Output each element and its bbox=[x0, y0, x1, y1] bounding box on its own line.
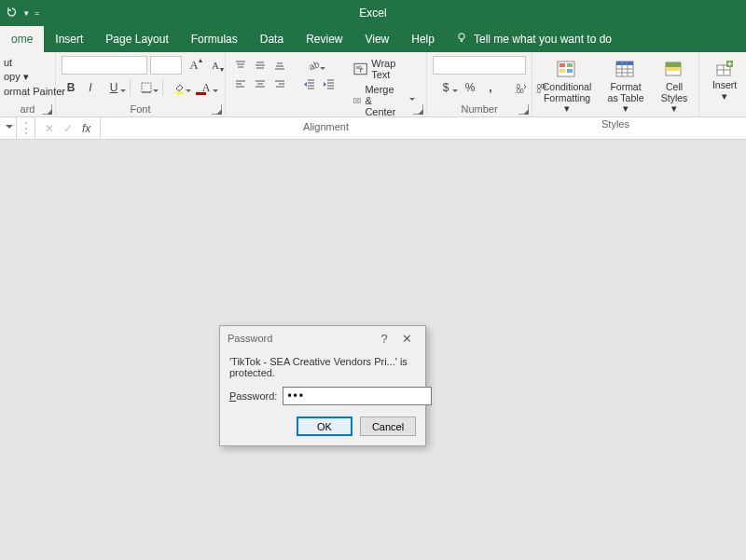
font-color-button[interactable]: A bbox=[193, 78, 219, 97]
underline-button[interactable]: U bbox=[101, 78, 127, 97]
tab-insert[interactable]: Insert bbox=[44, 26, 94, 52]
chevron-down-icon bbox=[6, 125, 13, 132]
tab-help[interactable]: Help bbox=[400, 26, 446, 52]
dialog-help-button[interactable]: ? bbox=[373, 332, 395, 346]
percent-button[interactable]: % bbox=[461, 78, 479, 97]
group-alignment-label: Alignment bbox=[226, 121, 426, 134]
align-right-button[interactable] bbox=[270, 75, 289, 93]
conditional-formatting-label: Conditional Formatting ▾ bbox=[542, 82, 592, 115]
svg-rect-44 bbox=[560, 69, 565, 73]
wrap-text-label: Wrap Text bbox=[371, 58, 415, 80]
copy-button[interactable]: opy ▾ bbox=[0, 70, 33, 84]
font-launcher-icon[interactable] bbox=[212, 104, 222, 115]
font-size-combo[interactable] bbox=[150, 56, 182, 75]
svg-rect-47 bbox=[616, 61, 633, 65]
increase-indent-button[interactable] bbox=[320, 75, 338, 93]
cancel-button[interactable]: Cancel bbox=[360, 417, 416, 436]
svg-point-0 bbox=[459, 33, 464, 38]
orientation-button[interactable]: ab bbox=[300, 56, 326, 75]
fx-icon[interactable]: fx bbox=[82, 122, 90, 135]
italic-button[interactable]: I bbox=[81, 78, 100, 97]
tab-page-layout[interactable]: Page Layout bbox=[94, 26, 179, 52]
chevron-down-icon bbox=[409, 98, 415, 103]
svg-rect-42 bbox=[560, 63, 565, 67]
accounting-format-button[interactable]: $ bbox=[433, 78, 459, 97]
group-font: A▴ A▾ B I U A bbox=[56, 52, 226, 116]
group-font-label: Font bbox=[56, 103, 225, 116]
ribbon-tabs: ome Insert Page Layout Formulas Data Rev… bbox=[0, 26, 746, 52]
number-format-combo[interactable] bbox=[433, 56, 526, 75]
group-clipboard: ut opy ▾ ormat Painter ard bbox=[0, 52, 56, 116]
quick-access-toolbar: ▾ = bbox=[0, 6, 45, 21]
app-title: Excel bbox=[359, 7, 386, 20]
ok-button[interactable]: OK bbox=[297, 417, 352, 436]
bold-button[interactable]: B bbox=[62, 78, 80, 97]
tab-formulas[interactable]: Formulas bbox=[180, 26, 249, 52]
tab-data[interactable]: Data bbox=[249, 26, 295, 52]
tab-review[interactable]: Review bbox=[295, 26, 353, 52]
align-center-button[interactable] bbox=[251, 75, 269, 93]
format-as-table-button[interactable]: Format as Table ▾ bbox=[601, 56, 650, 116]
password-input[interactable] bbox=[283, 387, 432, 405]
format-as-table-label: Format as Table ▾ bbox=[605, 82, 646, 115]
align-bottom-button[interactable] bbox=[270, 56, 289, 75]
increase-font-size-button[interactable]: A▴ bbox=[185, 56, 203, 75]
svg-rect-43 bbox=[567, 63, 573, 67]
name-box-dropdown[interactable] bbox=[0, 117, 17, 139]
tell-me-search[interactable]: Tell me what you want to do bbox=[446, 26, 621, 52]
insert-cells-label: Insert ▾ bbox=[709, 80, 740, 102]
svg-text:.00: .00 bbox=[515, 88, 524, 94]
align-left-button[interactable] bbox=[231, 75, 250, 93]
align-top-button[interactable] bbox=[231, 56, 250, 75]
title-bar: ▾ = Excel bbox=[0, 0, 746, 26]
borders-button[interactable] bbox=[133, 78, 159, 97]
svg-rect-54 bbox=[666, 67, 681, 71]
group-number: $ % , .0.00 .00.0 Number bbox=[427, 52, 532, 116]
qat-dropdown-icon[interactable]: ▾ bbox=[24, 8, 29, 18]
clipboard-launcher-icon[interactable] bbox=[42, 104, 52, 115]
align-middle-button[interactable] bbox=[251, 56, 269, 75]
group-alignment: ab ab Wrap Text a Merge & Center A bbox=[226, 52, 427, 116]
merge-center-label: Merge & Center bbox=[365, 84, 403, 117]
password-label: Password: bbox=[229, 390, 277, 402]
group-cells: Insert ▾ D bbox=[699, 52, 746, 116]
dialog-title: Password bbox=[228, 333, 373, 344]
svg-rect-53 bbox=[666, 62, 681, 67]
group-number-label: Number bbox=[427, 103, 532, 116]
decrease-font-size-button[interactable]: A▾ bbox=[206, 56, 225, 75]
tab-view[interactable]: View bbox=[353, 26, 400, 52]
dialog-message: 'TikTok - SEA Creative Vendors Pri...' i… bbox=[229, 356, 416, 378]
tell-me-label: Tell me what you want to do bbox=[474, 33, 612, 46]
ribbon: ut opy ▾ ormat Painter ard A▴ A▾ B I U bbox=[0, 52, 746, 117]
group-styles: Conditional Formatting ▾ Format as Table… bbox=[532, 52, 699, 116]
fill-color-button[interactable] bbox=[166, 78, 192, 97]
font-name-combo[interactable] bbox=[62, 56, 147, 75]
svg-rect-1 bbox=[142, 83, 151, 92]
password-dialog: Password ? ✕ 'TikTok - SEA Creative Vend… bbox=[219, 325, 426, 446]
svg-rect-45 bbox=[567, 69, 573, 73]
increase-decimal-button[interactable]: .0.00 bbox=[511, 78, 530, 97]
svg-text:ab: ab bbox=[308, 59, 320, 72]
lightbulb-icon bbox=[455, 32, 468, 48]
cell-styles-label: Cell Styles ▾ bbox=[659, 82, 689, 115]
wrap-text-button[interactable]: ab Wrap Text bbox=[350, 56, 421, 82]
merge-center-button[interactable]: a Merge & Center bbox=[350, 82, 421, 119]
cut-button[interactable]: ut bbox=[0, 56, 16, 69]
cancel-formula-button[interactable]: ✕ bbox=[45, 122, 54, 135]
comma-button[interactable]: , bbox=[481, 78, 500, 97]
tab-home[interactable]: ome bbox=[0, 26, 44, 52]
dialog-close-button[interactable]: ✕ bbox=[395, 332, 418, 346]
alignment-launcher-icon[interactable] bbox=[413, 104, 423, 115]
decrease-indent-button[interactable] bbox=[300, 75, 319, 93]
conditional-formatting-button[interactable]: Conditional Formatting ▾ bbox=[538, 56, 596, 116]
group-styles-label: Styles bbox=[532, 118, 698, 131]
number-launcher-icon[interactable] bbox=[518, 104, 529, 115]
insert-cells-button[interactable]: Insert ▾ bbox=[705, 56, 744, 103]
svg-rect-3 bbox=[175, 92, 184, 94]
redo-icon[interactable] bbox=[6, 6, 19, 21]
qat-customize-icon[interactable]: = bbox=[35, 8, 39, 18]
cell-styles-button[interactable]: Cell Styles ▾ bbox=[656, 56, 693, 116]
enter-formula-button[interactable]: ✓ bbox=[63, 122, 73, 135]
